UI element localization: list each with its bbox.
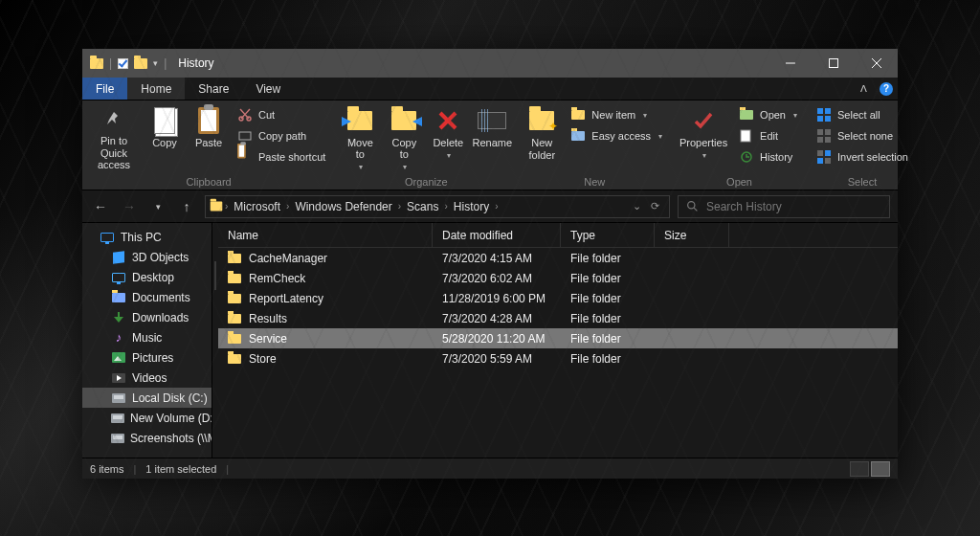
open-button[interactable]: Open▾ — [733, 104, 803, 125]
select-none-button[interactable]: Select none — [811, 125, 914, 146]
folder-icon — [228, 354, 241, 364]
chevron-right-icon[interactable]: › — [286, 201, 289, 212]
close-button[interactable] — [855, 49, 898, 78]
table-row[interactable]: Service5/28/2020 11:20 AMFile folder — [218, 328, 898, 348]
navpane-desktop[interactable]: Desktop — [82, 267, 212, 287]
list-view[interactable]: Name Date modified Type Size CacheManage… — [218, 223, 898, 458]
videos-icon — [111, 371, 126, 385]
navpane-pictures[interactable]: Pictures — [82, 347, 212, 368]
forward-button[interactable]: → — [119, 196, 140, 217]
copy-button[interactable]: Copy — [144, 102, 186, 171]
quick-access-toolbar: | ▾ | — [82, 56, 174, 70]
music-icon: ♪ — [111, 331, 126, 345]
chevron-right-icon[interactable]: › — [444, 201, 447, 212]
paste-icon — [198, 106, 219, 135]
chevron-right-icon[interactable]: › — [398, 201, 401, 212]
tab-share[interactable]: Share — [185, 78, 242, 100]
column-date-modified[interactable]: Date modified — [433, 223, 561, 247]
navigation-pane[interactable]: This PC 3D Objects Desktop Documents Dow… — [82, 223, 212, 458]
folder-icon — [228, 254, 241, 263]
properties-button[interactable]: Properties▾ — [676, 102, 731, 171]
pane-splitter[interactable] — [212, 223, 218, 458]
rename-button[interactable]: Rename — [471, 102, 513, 171]
breadcrumb[interactable]: Scans — [403, 200, 442, 213]
easy-access-button[interactable]: Easy access▾ — [565, 125, 668, 146]
invert-selection-button[interactable]: Invert selection — [811, 146, 914, 168]
new-item-button[interactable]: New item▾ — [565, 104, 668, 125]
copy-to-button[interactable]: Copy to▾ — [383, 102, 425, 171]
qat-dropdown-icon[interactable]: ▾ — [153, 58, 158, 68]
file-size — [655, 248, 729, 268]
table-row[interactable]: RemCheck7/3/2020 6:02 AMFile folder — [218, 268, 898, 288]
qat-folder-icon[interactable] — [134, 58, 147, 69]
copy-path-button[interactable]: Copy path — [232, 125, 331, 146]
breadcrumb[interactable]: Microsoft — [230, 200, 284, 213]
file-name: Results — [249, 312, 287, 325]
maximize-button[interactable] — [812, 49, 855, 78]
chevron-right-icon[interactable]: › — [495, 201, 498, 212]
select-all-button[interactable]: Select all — [811, 104, 914, 125]
search-input[interactable]: Search History — [678, 195, 890, 218]
breadcrumb[interactable]: History — [450, 200, 493, 213]
navpane-this-pc[interactable]: This PC — [82, 227, 212, 247]
status-item-count: 6 items — [90, 463, 123, 475]
navpane-videos[interactable]: Videos — [82, 368, 212, 388]
refresh-button[interactable]: ⟳ — [651, 200, 659, 212]
help-button[interactable]: ? — [875, 78, 898, 100]
column-name[interactable]: Name — [218, 223, 433, 247]
easy-access-icon — [570, 128, 586, 144]
table-row[interactable]: CacheManager7/3/2020 4:15 AMFile folder — [218, 248, 898, 268]
new-item-icon — [570, 107, 586, 123]
minimize-button[interactable] — [768, 49, 812, 78]
explorer-window[interactable]: | ▾ | History File Home Share View ᐱ ? — [82, 49, 898, 479]
svg-rect-1 — [829, 59, 837, 68]
column-type[interactable]: Type — [561, 223, 655, 247]
address-dropdown-button[interactable]: ⌄ — [633, 200, 641, 212]
chevron-right-icon[interactable]: › — [225, 201, 228, 212]
navpane-3d-objects[interactable]: 3D Objects — [82, 247, 212, 267]
navpane-local-disk-c[interactable]: Local Disk (C:) — [82, 388, 212, 408]
tab-home[interactable]: Home — [127, 78, 185, 100]
qat-checkbox-icon[interactable] — [118, 58, 128, 69]
qat-separator: | — [109, 56, 112, 70]
navpane-new-volume-d[interactable]: New Volume (D:) — [82, 408, 212, 428]
tab-file[interactable]: File — [82, 78, 127, 100]
pin-icon — [104, 106, 123, 133]
navpane-downloads[interactable]: Downloads — [82, 307, 212, 327]
paste-button[interactable]: Paste — [188, 102, 230, 171]
content-area: This PC 3D Objects Desktop Documents Dow… — [82, 223, 898, 458]
ribbon-collapse-button[interactable]: ᐱ — [852, 78, 875, 100]
delete-button[interactable]: Delete▾ — [427, 102, 469, 171]
file-date: 7/3/2020 5:59 AM — [433, 348, 561, 368]
breadcrumb[interactable]: Windows Defender — [291, 200, 395, 213]
new-folder-button[interactable]: New folder — [521, 102, 563, 171]
tab-view[interactable]: View — [242, 78, 294, 100]
back-button[interactable]: ← — [90, 196, 111, 217]
status-selection-count: 1 item selected — [145, 463, 216, 475]
paste-shortcut-button[interactable]: Paste shortcut — [232, 146, 331, 168]
history-button[interactable]: History — [733, 146, 803, 168]
pin-to-quick-access-button[interactable]: Pin to Quick access — [86, 102, 142, 171]
navpane-documents[interactable]: Documents — [82, 287, 212, 307]
edit-button[interactable]: Edit — [733, 125, 803, 146]
up-button[interactable]: ↑ — [176, 196, 197, 217]
svg-point-13 — [688, 202, 695, 209]
table-row[interactable]: ReportLatency11/28/2019 6:00 PMFile fold… — [218, 288, 898, 308]
address-bar[interactable]: › Microsoft › Windows Defender › Scans ›… — [205, 195, 670, 218]
column-headers: Name Date modified Type Size — [218, 223, 898, 248]
file-type: File folder — [561, 248, 655, 268]
cut-button[interactable]: Cut — [232, 104, 331, 125]
recent-locations-button[interactable]: ▾ — [147, 196, 168, 217]
table-row[interactable]: Store7/3/2020 5:59 AMFile folder — [218, 348, 898, 368]
table-row[interactable]: Results7/3/2020 4:28 AMFile folder — [218, 308, 898, 328]
cube-icon — [111, 251, 126, 264]
navpane-music[interactable]: ♪Music — [82, 327, 212, 347]
view-details-button[interactable] — [850, 461, 869, 477]
move-to-button[interactable]: Move to▾ — [339, 102, 381, 171]
navpane-screenshots-share[interactable]: Screenshots (\\M… — [82, 428, 212, 448]
ribbon-group-new: New folder New item▾ Easy access▾ New — [517, 100, 672, 190]
titlebar[interactable]: | ▾ | History — [82, 49, 898, 78]
view-large-icons-button[interactable] — [871, 461, 890, 477]
column-size[interactable]: Size — [655, 223, 729, 247]
pictures-icon — [111, 351, 126, 365]
